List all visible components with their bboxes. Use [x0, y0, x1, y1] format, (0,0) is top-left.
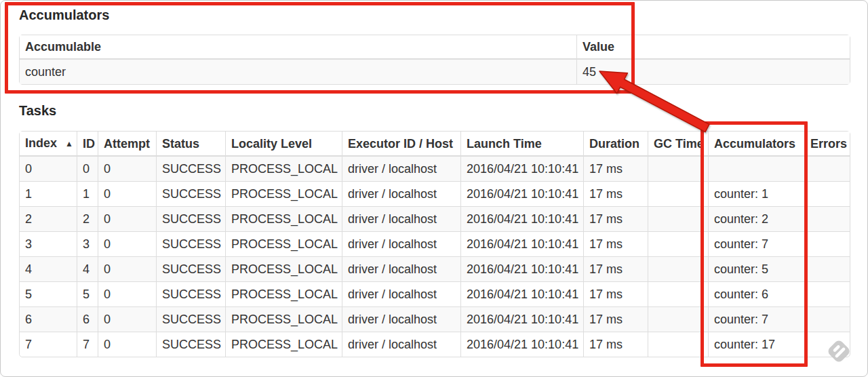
cell-launch-time: 2016/04/21 10:10:41	[460, 332, 583, 357]
cell-launch-time: 2016/04/21 10:10:41	[460, 281, 583, 306]
tasks-header-row: Index▲ ID Attempt Status Locality Level …	[20, 132, 850, 157]
cell-errors	[804, 306, 850, 332]
column-header-executor-id-host[interactable]: Executor ID / Host	[342, 132, 460, 157]
cell-launch-time: 2016/04/21 10:10:41	[460, 256, 583, 281]
cell-accumulators: counter: 7	[708, 231, 804, 256]
cell-gc-time	[648, 332, 708, 357]
cell-launch-time: 2016/04/21 10:10:41	[460, 306, 583, 332]
cell-locality-level: PROCESS_LOCAL	[225, 181, 342, 206]
accumulator-row: counter 45	[20, 60, 850, 84]
task-row: 4 4 0 SUCCESS PROCESS_LOCAL driver / loc…	[20, 256, 850, 281]
cell-status: SUCCESS	[156, 206, 225, 231]
cell-executor-id-host: driver / localhost	[342, 231, 460, 256]
cell-duration: 17 ms	[583, 281, 648, 306]
spark-ui-page: Accumulators Accumulable Value counter 4…	[0, 0, 868, 377]
task-row: 3 3 0 SUCCESS PROCESS_LOCAL driver / loc…	[20, 231, 850, 256]
cell-status: SUCCESS	[156, 332, 225, 357]
cell-executor-id-host: driver / localhost	[342, 281, 460, 306]
cell-accumulators	[708, 157, 804, 181]
column-header-gc-time[interactable]: GC Time	[648, 132, 708, 157]
cell-attempt: 0	[98, 281, 156, 306]
cell-locality-level: PROCESS_LOCAL	[225, 332, 342, 357]
cell-gc-time	[648, 206, 708, 231]
cell-id: 2	[77, 206, 98, 231]
cell-locality-level: PROCESS_LOCAL	[225, 256, 342, 281]
cell-executor-id-host: driver / localhost	[342, 332, 460, 357]
task-row: 2 2 0 SUCCESS PROCESS_LOCAL driver / loc…	[20, 206, 850, 231]
cell-gc-time	[648, 281, 708, 306]
cell-errors	[804, 157, 850, 181]
accumulable-column-header[interactable]: Accumulable	[20, 35, 576, 60]
cell-locality-level: PROCESS_LOCAL	[225, 157, 342, 181]
cell-status: SUCCESS	[156, 256, 225, 281]
cell-locality-level: PROCESS_LOCAL	[225, 206, 342, 231]
cell-executor-id-host: driver / localhost	[342, 306, 460, 332]
task-row: 0 0 0 SUCCESS PROCESS_LOCAL driver / loc…	[20, 157, 850, 181]
column-header-errors[interactable]: Errors	[804, 132, 850, 157]
column-header-launch-time[interactable]: Launch Time	[460, 132, 583, 157]
tasks-table: Index▲ ID Attempt Status Locality Level …	[19, 131, 850, 357]
value-column-header[interactable]: Value	[576, 35, 850, 60]
cell-accumulators: counter: 2	[708, 206, 804, 231]
cell-gc-time	[648, 231, 708, 256]
cell-locality-level: PROCESS_LOCAL	[225, 306, 342, 332]
cell-errors	[804, 181, 850, 206]
cell-errors	[804, 332, 850, 357]
tasks-section-title: Tasks	[19, 102, 56, 119]
cell-id: 6	[77, 306, 98, 332]
cell-status: SUCCESS	[156, 231, 225, 256]
task-row: 6 6 0 SUCCESS PROCESS_LOCAL driver / loc…	[20, 306, 850, 332]
cell-gc-time	[648, 306, 708, 332]
cell-attempt: 0	[98, 306, 156, 332]
cell-index: 3	[20, 231, 77, 256]
tasks-table-body: 0 0 0 SUCCESS PROCESS_LOCAL driver / loc…	[20, 157, 850, 357]
column-header-index-label: Index	[25, 136, 57, 150]
cell-id: 3	[77, 231, 98, 256]
cell-attempt: 0	[98, 206, 156, 231]
column-header-index[interactable]: Index▲	[20, 132, 77, 157]
cell-gc-time	[648, 157, 708, 181]
cell-id: 0	[77, 157, 98, 181]
column-header-locality-level[interactable]: Locality Level	[225, 132, 342, 157]
column-header-attempt[interactable]: Attempt	[98, 132, 156, 157]
task-row: 7 7 0 SUCCESS PROCESS_LOCAL driver / loc…	[20, 332, 850, 357]
accumulators-header-row: Accumulable Value	[20, 35, 850, 60]
accumulators-table: Accumulable Value counter 45	[19, 35, 850, 85]
cell-status: SUCCESS	[156, 281, 225, 306]
sort-ascending-icon: ▲	[65, 139, 73, 148]
cell-accumulators: counter: 1	[708, 181, 804, 206]
cell-gc-time	[648, 256, 708, 281]
cell-locality-level: PROCESS_LOCAL	[225, 281, 342, 306]
accumulable-value-cell: 45	[576, 60, 850, 84]
cell-errors	[804, 206, 850, 231]
cell-launch-time: 2016/04/21 10:10:41	[460, 157, 583, 181]
cell-id: 1	[77, 181, 98, 206]
cell-accumulators: counter: 17	[708, 332, 804, 357]
column-header-duration[interactable]: Duration	[583, 132, 648, 157]
cell-duration: 17 ms	[583, 157, 648, 181]
cell-errors	[804, 256, 850, 281]
task-row: 5 5 0 SUCCESS PROCESS_LOCAL driver / loc…	[20, 281, 850, 306]
cell-attempt: 0	[98, 157, 156, 181]
column-header-id[interactable]: ID	[77, 132, 98, 157]
cell-accumulators: counter: 7	[708, 306, 804, 332]
cell-launch-time: 2016/04/21 10:10:41	[460, 231, 583, 256]
cell-status: SUCCESS	[156, 306, 225, 332]
column-header-status[interactable]: Status	[156, 132, 225, 157]
cell-launch-time: 2016/04/21 10:10:41	[460, 206, 583, 231]
cell-status: SUCCESS	[156, 181, 225, 206]
cell-index: 4	[20, 256, 77, 281]
column-header-accumulators[interactable]: Accumulators	[708, 132, 804, 157]
cell-launch-time: 2016/04/21 10:10:41	[460, 181, 583, 206]
cell-accumulators: counter: 5	[708, 256, 804, 281]
cell-index: 5	[20, 281, 77, 306]
cell-locality-level: PROCESS_LOCAL	[225, 231, 342, 256]
cell-duration: 17 ms	[583, 181, 648, 206]
cell-attempt: 0	[98, 256, 156, 281]
cell-duration: 17 ms	[583, 332, 648, 357]
cell-attempt: 0	[98, 181, 156, 206]
cell-index: 6	[20, 306, 77, 332]
cell-index: 2	[20, 206, 77, 231]
cell-index: 1	[20, 181, 77, 206]
cell-errors	[804, 281, 850, 306]
